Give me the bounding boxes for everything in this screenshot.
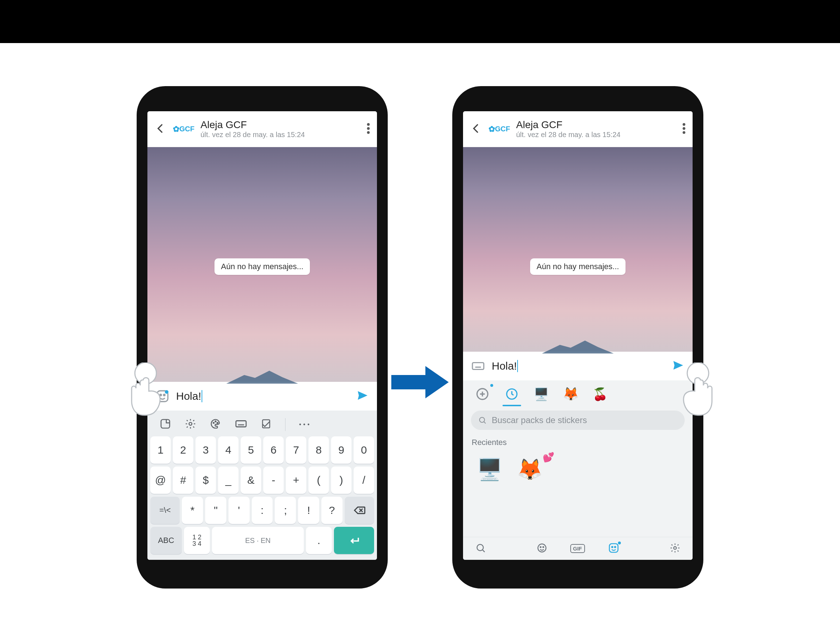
key-space[interactable]: ES · EN: [212, 527, 304, 554]
keyboard-row-3: =\< * " ' : ; ! ?: [150, 497, 374, 524]
sticker-panel: 🖥️ 🦊 🍒 Buscar packs de stickers Reciente…: [463, 380, 693, 560]
key-1[interactable]: 1: [150, 436, 171, 464]
bottom-search-icon[interactable]: [475, 543, 486, 555]
sticker-section-recent-title: Recientes: [463, 433, 693, 449]
kb-tool-settings-icon[interactable]: [185, 418, 196, 431]
text-caret: [202, 390, 202, 402]
contact-title-block[interactable]: Aleja GCF últ. vez el 28 de may. a las 1…: [516, 119, 675, 139]
keyboard-toolbar: •••: [150, 414, 374, 436]
back-icon[interactable]: [155, 122, 167, 136]
message-input-row: Hola!: [463, 352, 693, 380]
sticker-toggle-icon[interactable]: [155, 389, 170, 404]
key-2[interactable]: 2: [173, 436, 193, 464]
key-8[interactable]: 8: [308, 436, 329, 464]
key-rparen[interactable]: ): [331, 467, 351, 494]
key-dollar[interactable]: $: [196, 467, 216, 494]
key-9[interactable]: 9: [331, 436, 351, 464]
sticker-search-placeholder: Buscar packs de stickers: [492, 415, 587, 425]
contact-avatar[interactable]: ✿ GCF: [175, 120, 193, 138]
sticker-tab-pack-fox[interactable]: 🦊: [561, 385, 580, 404]
contact-avatar[interactable]: ✿ GCF: [490, 120, 508, 138]
bottom-sticker-icon[interactable]: [608, 542, 620, 555]
key-slash[interactable]: /: [354, 467, 374, 494]
contact-last-seen: últ. vez el 28 de may. a las 15:24: [516, 131, 675, 139]
send-icon[interactable]: [356, 389, 369, 404]
key-backspace[interactable]: [345, 497, 374, 524]
kebab-menu-icon[interactable]: [367, 123, 370, 135]
key-squote[interactable]: ': [228, 497, 250, 524]
key-symswitch[interactable]: =\<: [150, 497, 180, 524]
svg-rect-13: [262, 420, 270, 428]
message-text-input[interactable]: Hola!: [492, 360, 665, 372]
new-dot-icon: [618, 541, 621, 545]
key-plus[interactable]: +: [286, 467, 306, 494]
svg-point-15: [683, 123, 685, 126]
kebab-menu-icon[interactable]: [683, 123, 685, 135]
key-semi[interactable]: ;: [275, 497, 296, 524]
svg-rect-26: [609, 544, 618, 552]
key-at[interactable]: @: [150, 467, 171, 494]
soft-keyboard: ••• 1 2 3 4 5 6 7 8 9 0 @ # $: [147, 410, 377, 560]
phone-right: ✿ GCF Aleja GCF últ. vez el 28 de may. a…: [452, 86, 703, 588]
key-4[interactable]: 4: [218, 436, 238, 464]
kb-tool-sticker-icon[interactable]: [160, 418, 171, 431]
recent-sticker-computer[interactable]: 🖥️: [472, 451, 508, 487]
kb-tool-more-icon[interactable]: •••: [299, 421, 312, 428]
message-text-value: Hola!: [176, 390, 201, 402]
keyboard-toggle-icon[interactable]: [471, 359, 485, 373]
sticker-tab-add[interactable]: [473, 385, 492, 404]
key-minus[interactable]: -: [263, 467, 284, 494]
key-star[interactable]: *: [182, 497, 203, 524]
contact-name: Aleja GCF: [516, 119, 675, 131]
key-excl[interactable]: !: [298, 497, 319, 524]
svg-point-23: [537, 544, 546, 552]
comparison-stage: ✿ GCF Aleja GCF últ. vez el 28 de may. a…: [0, 43, 840, 642]
chat-background[interactable]: Aún no hay mensajes...: [463, 147, 693, 352]
key-underscore[interactable]: _: [218, 467, 238, 494]
recent-sticker-fox[interactable]: 🦊💕: [518, 451, 554, 487]
transition-arrow-icon: [390, 362, 450, 402]
send-icon[interactable]: [672, 359, 685, 373]
key-abc[interactable]: ABC: [150, 527, 182, 554]
key-3[interactable]: 3: [196, 436, 216, 464]
bottom-gif-icon[interactable]: GIF: [570, 544, 585, 553]
sticker-tab-pack-computer[interactable]: 🖥️: [532, 385, 550, 404]
back-icon[interactable]: [470, 122, 482, 136]
key-enter[interactable]: [334, 527, 374, 554]
key-amp[interactable]: &: [241, 467, 261, 494]
keyboard-row-4: ABC 1 2 3 4 ES · EN .: [150, 527, 374, 554]
bottom-settings-icon[interactable]: [670, 543, 680, 555]
key-hash[interactable]: #: [173, 467, 193, 494]
key-6[interactable]: 6: [263, 436, 284, 464]
svg-point-10: [215, 421, 216, 422]
bg-mountain-decoration: [542, 339, 614, 353]
sticker-search-input[interactable]: Buscar packs de stickers: [471, 410, 685, 430]
svg-point-28: [614, 546, 615, 547]
chat-background[interactable]: Aún no hay mensajes...: [147, 147, 377, 382]
contact-last-seen: últ. vez el 28 de may. a las 15:24: [201, 131, 359, 139]
sticker-tab-pack-cherry[interactable]: 🍒: [591, 385, 609, 404]
key-0[interactable]: 0: [354, 436, 374, 464]
sticker-tab-recent[interactable]: [502, 385, 521, 404]
key-numpad[interactable]: 1 2 3 4: [184, 527, 210, 554]
key-colon[interactable]: :: [252, 497, 273, 524]
key-5[interactable]: 5: [241, 436, 261, 464]
key-dquote[interactable]: ": [205, 497, 226, 524]
message-input-row: Hola!: [147, 382, 377, 410]
svg-point-17: [683, 131, 685, 134]
chat-header: ✿ GCF Aleja GCF últ. vez el 28 de may. a…: [463, 111, 693, 147]
kb-tool-clipboard-icon[interactable]: [261, 418, 272, 431]
key-quest[interactable]: ?: [321, 497, 343, 524]
contact-title-block[interactable]: Aleja GCF últ. vez el 28 de may. a las 1…: [201, 119, 359, 139]
kb-tool-keyboard-icon[interactable]: [235, 418, 247, 431]
svg-point-6: [165, 390, 168, 394]
key-7[interactable]: 7: [286, 436, 306, 464]
message-text-input[interactable]: Hola!: [176, 390, 350, 402]
svg-point-9: [213, 422, 214, 423]
key-period[interactable]: .: [306, 527, 332, 554]
kb-toolbar-separator: [285, 418, 285, 431]
key-lparen[interactable]: (: [308, 467, 329, 494]
kb-tool-palette-icon[interactable]: [210, 418, 221, 431]
svg-rect-12: [236, 421, 246, 427]
bottom-emoji-icon[interactable]: [537, 543, 547, 555]
